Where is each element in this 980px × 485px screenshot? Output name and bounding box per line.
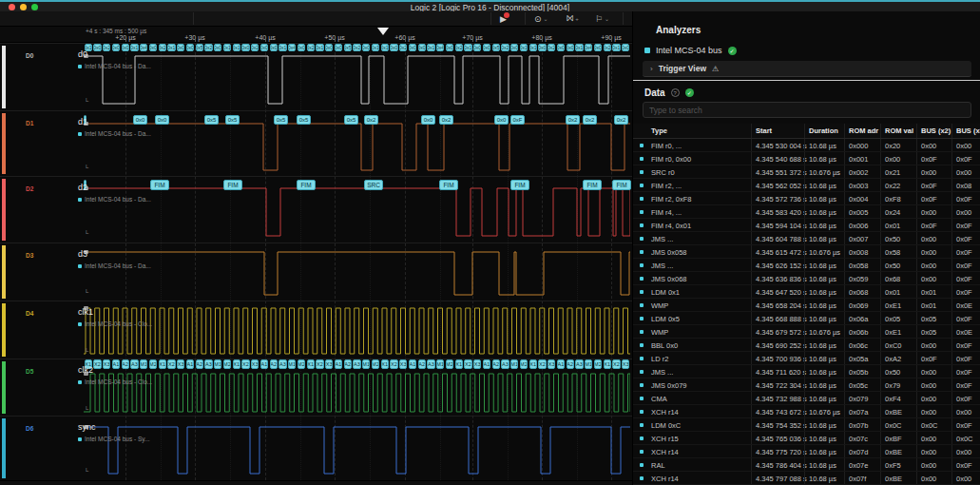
timeline-ruler[interactable]: +4 s : 345 ms : 500 µs +20 µs+30 µs+40 µ… [0,27,632,43]
decode-bubble[interactable]: 0x5 [225,115,240,125]
waveform-area[interactable]: +4 s : 345 ms : 500 µs +20 µs+30 µs+40 µ… [0,27,632,485]
decode-bubble[interactable]: A3 [204,359,212,369]
decode-bubble[interactable]: M1 [585,359,592,369]
decode-bubble[interactable]: 0x1 [529,44,537,51]
decode-bubble[interactable]: 0x0 [260,44,268,51]
decode-bubble[interactable]: 0x0 [557,44,565,51]
decode-bubble[interactable]: A1 [557,359,565,369]
decode-bubble[interactable]: 0x0 [133,115,147,125]
table-row[interactable]: FIM r2, ...4.345 562 052 s10.68 µs0x0030… [633,179,980,192]
decode-bubble[interactable]: 0x1 [279,44,286,51]
column-header[interactable]: ROM adr [849,126,878,135]
decode-bubble[interactable]: X3 [177,359,184,369]
decode-bubble[interactable]: 0x0 [510,44,518,51]
waveform-plot-d1[interactable]: L0x00x00x50x50x50x50x50x20x00x20x00xF0x2… [84,111,630,176]
decode-bubble[interactable]: M1 [140,359,147,369]
decode-bubble[interactable]: 0x2 [204,44,212,51]
decode-bubble[interactable]: 0x0 [155,115,169,125]
decode-bubble[interactable]: 0x1 [372,44,379,51]
waveform-plot-d2[interactable]: LFIMFIMFIMSRCFIMFIMFIMFIM [84,177,630,242]
decode-bubble[interactable]: X1 [529,359,537,369]
decode-bubble[interactable]: A2 [196,359,203,369]
decode-bubble[interactable]: 0x2 [439,115,453,125]
column-header[interactable]: ROM val [885,126,913,135]
channel-row-sync[interactable]: D6syncIntel MCS-04 bus - Sy...L [0,416,632,480]
channel-row-clk2[interactable]: D5clk2Intel MCS-04 bus - Clo...LX1X2X3A1… [0,359,632,416]
decode-bubble[interactable]: 0x0 [473,44,481,51]
decode-bubble[interactable]: 0x2 [614,115,628,125]
decode-bubble[interactable]: X3 [251,359,259,369]
table-row[interactable]: JMS 0x0684.345 636 836 s10.68 µs0x0590x6… [633,272,980,285]
decode-bubble[interactable]: X1 [307,359,315,369]
decode-bubble[interactable]: 0x0 [390,44,397,51]
trace-start-handle[interactable] [84,425,88,429]
decode-bubble[interactable]: A2 [418,359,426,369]
decode-bubble[interactable]: 0x4 [585,44,592,51]
table-row[interactable]: LDM 0xC4.345 754 352 s10.68 µs0x07b0x0C0… [633,418,980,432]
decode-bubble[interactable]: 0x2 [455,44,463,51]
decode-bubble[interactable]: 0x0 [93,44,101,51]
decode-bubble[interactable]: 0x0 [494,115,509,125]
decode-bubble[interactable]: 0x2 [353,44,360,51]
decode-bubble[interactable]: 0x0 [538,44,546,51]
decode-bubble[interactable]: 0x2 [399,44,407,51]
waveform-plot-clk2[interactable]: LX1X2X3A1A2A3M1M2X1X2X3A1A2A3M1M2X1X2X3A… [84,359,630,416]
channel-row-d0[interactable]: D0d0Intel MCS-04 bus - Da...L0x10x00x20x… [0,43,632,110]
decode-bubble[interactable]: 0x1 [464,44,471,51]
decode-bubble[interactable]: 0x1 [130,44,138,51]
decode-bubble[interactable]: M1 [510,359,518,369]
annotation-button[interactable]: ⚐ ⌄ [595,11,609,26]
decode-bubble[interactable]: FIM [150,180,169,190]
table-row[interactable]: FIM r2, 0xF84.345 572 736 s10.68 µs0x004… [633,192,980,205]
table-row[interactable]: XCH r144.345 775 720 s10.68 µs0x07d0xBE0… [633,445,980,458]
table-row[interactable]: XCH r144.345 797 088 s10.68 µs0x07f0xBE0… [633,472,980,485]
decode-bubble[interactable]: 0x0 [446,44,453,51]
decode-bubble[interactable]: 0x2 [583,115,597,125]
decode-bubble[interactable]: 0x0 [567,44,574,51]
decode-bubble[interactable]: 0x0 [298,44,305,51]
decode-bubble[interactable]: 0x0 [409,44,416,51]
decode-bubble[interactable]: M2 [594,359,602,369]
decode-bubble[interactable]: A1 [260,359,268,369]
decode-bubble[interactable]: A1 [335,359,342,369]
decode-bubble[interactable]: 0x1 [427,44,434,51]
decode-bubble[interactable]: 0x5 [492,44,500,51]
decode-bubble[interactable]: 0xF [510,115,525,125]
table-row[interactable]: LD r24.345 700 936 s10.68 µs0x05a0xA20x0… [633,352,980,365]
decode-bubble[interactable]: A2 [344,359,352,369]
channel-row-d3[interactable]: D3d3Intel MCS-04 bus - Da...L [0,242,632,301]
column-header[interactable]: Start [756,126,772,135]
decode-bubble[interactable]: FIM [583,180,602,190]
trace-start-handle[interactable] [84,372,88,376]
decode-bubble[interactable]: M2 [149,359,157,369]
decode-bubble[interactable]: X2 [538,359,546,369]
decode-bubble[interactable]: X3 [548,359,555,369]
channel-row-clk1[interactable]: D4clk1Intel MCS-04 bus - Clo...L [0,301,632,359]
decode-bubble[interactable]: 0x4 [288,44,296,51]
decode-bubble[interactable]: 0x0 [214,44,221,51]
decode-bubble[interactable]: 0x0 [622,44,629,51]
decode-bubble[interactable]: X2 [464,359,471,369]
decode-bubble[interactable]: X1 [233,359,240,369]
decode-bubble[interactable]: A1 [112,359,120,369]
decode-bubble[interactable]: A1 [483,359,490,369]
decode-bubble[interactable]: X2 [241,359,249,369]
decode-bubble[interactable]: FIM [510,180,529,190]
decode-bubble[interactable]: A3 [279,359,286,369]
decode-bubble[interactable]: X2 [167,359,175,369]
timeline-position-marker[interactable] [377,28,389,35]
decode-bubble[interactable]: X2 [316,359,323,369]
decode-bubble[interactable]: 0x4 [436,44,444,51]
decode-bubble[interactable]: X3 [473,359,481,369]
decode-bubble[interactable]: 0x5 [204,115,219,125]
table-row[interactable]: JMS ...4.345 626 152 s10.68 µs0x0580x500… [633,259,980,272]
waveform-plot-d3[interactable]: L [84,243,630,301]
column-header[interactable]: Duration [809,126,838,135]
decode-bubble[interactable]: FIM [439,180,458,190]
decode-bubble[interactable]: 0x0 [177,44,184,51]
trace-start-handle[interactable] [84,250,88,254]
table-row[interactable]: XCH r144.345 743 672 s10.676 µs0x07a0xBE… [633,405,980,418]
decode-bubble[interactable]: 0x0 [241,44,249,51]
decode-bubble[interactable]: 0x0 [421,115,435,125]
decode-bubble[interactable]: X2 [93,359,101,369]
